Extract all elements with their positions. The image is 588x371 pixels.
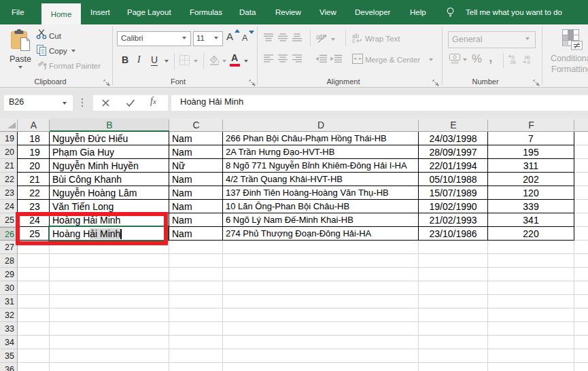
svg-text:.00: .00	[509, 60, 516, 65]
svg-text:.0: .0	[526, 60, 530, 65]
svg-text:.0: .0	[511, 55, 515, 60]
svg-text:ab: ab	[316, 33, 324, 41]
svg-text:.00: .00	[523, 55, 530, 60]
svg-text:c: c	[352, 37, 356, 43]
